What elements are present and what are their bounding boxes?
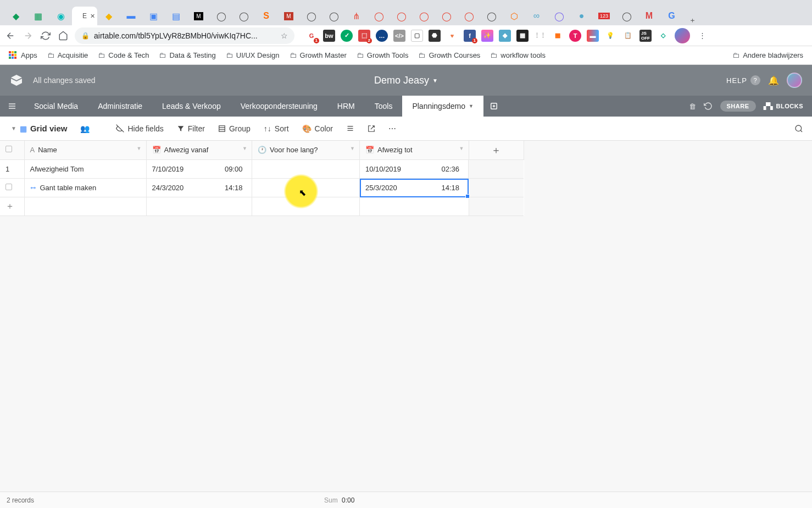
browser-tab-active[interactable]: E✕: [72, 7, 97, 25]
extension-icon[interactable]: …: [376, 30, 388, 42]
add-row[interactable]: ＋: [0, 197, 524, 216]
browser-tab[interactable]: ⋔: [345, 7, 368, 25]
browser-tab[interactable]: ◯: [435, 7, 458, 25]
new-tab-button[interactable]: ＋: [683, 15, 702, 25]
browser-tab[interactable]: ◯: [458, 7, 480, 25]
column-header-voor-hoe-lang[interactable]: 🕐Voor hoe lang?▼: [252, 141, 360, 159]
table-tab[interactable]: Social Media: [24, 96, 88, 117]
extension-icon[interactable]: JSOFF: [639, 30, 652, 42]
browser-tab[interactable]: ∞: [525, 7, 548, 25]
table-tab-active[interactable]: Planningsdemo▼: [402, 96, 483, 117]
browser-tab[interactable]: ▦: [27, 7, 49, 25]
browser-menu-button[interactable]: ⋮: [696, 31, 709, 40]
user-avatar[interactable]: [787, 73, 802, 88]
reload-button[interactable]: [40, 30, 52, 42]
extension-icon[interactable]: bw: [323, 30, 335, 42]
browser-tab[interactable]: ◯: [413, 7, 435, 25]
cell-afwezig-vanaf[interactable]: 24/3/202014:18: [147, 179, 252, 197]
home-button[interactable]: [57, 30, 69, 42]
cell-name[interactable]: Afwezigheid Tom: [24, 159, 146, 179]
filter-button[interactable]: Filter: [171, 121, 210, 136]
help-button[interactable]: HELP ?: [726, 75, 760, 85]
extension-icon[interactable]: 📋: [622, 30, 634, 42]
more-options-button[interactable]: ⋯: [383, 121, 402, 136]
cell-afwezig-tot-selected[interactable]: 25/3/202014:18: [360, 179, 469, 197]
bookmark-folder[interactable]: 🗀Growth Master: [286, 49, 350, 62]
expand-icon[interactable]: ⤢: [28, 184, 37, 193]
collaborators-button[interactable]: 👥: [75, 121, 95, 136]
browser-tab[interactable]: ◉: [49, 7, 72, 25]
table-tab[interactable]: Verkoopondersteuning: [231, 96, 327, 117]
table-tab[interactable]: Leads & Verkoop: [152, 96, 231, 117]
extension-icon[interactable]: ▦: [552, 30, 564, 42]
browser-tab[interactable]: ◯: [322, 7, 345, 25]
row-checkbox[interactable]: [0, 179, 24, 197]
star-icon[interactable]: ☆: [281, 31, 288, 40]
extension-icon[interactable]: ⬣: [429, 30, 441, 42]
cell-name[interactable]: ⤢Gant table maken: [24, 179, 146, 197]
bookmark-folder[interactable]: 🗀Growth Courses: [415, 49, 483, 62]
extension-icon[interactable]: ▬: [587, 30, 599, 42]
browser-tab[interactable]: ▬: [120, 7, 142, 25]
extension-icon[interactable]: 💡: [604, 30, 616, 42]
bookmark-folder[interactable]: 🗀Growth Tools: [353, 49, 412, 62]
browser-tab[interactable]: ◯: [368, 7, 390, 25]
browser-tab[interactable]: ◯: [210, 7, 232, 25]
extension-icon[interactable]: ⬚2: [358, 30, 370, 42]
bookmark-folder[interactable]: 🗀UI/UX Design: [223, 49, 283, 62]
extension-icon[interactable]: f1: [464, 30, 476, 42]
browser-tab[interactable]: ◆: [97, 7, 120, 25]
extension-icon[interactable]: ✨: [481, 30, 493, 42]
browser-tab[interactable]: ◯: [390, 7, 413, 25]
browser-tab[interactable]: M: [638, 7, 660, 25]
extension-icon[interactable]: ◆: [499, 30, 511, 42]
browser-tab[interactable]: M: [187, 7, 210, 25]
browser-tab[interactable]: ◆: [4, 7, 27, 25]
browser-tab[interactable]: ◯: [480, 7, 503, 25]
add-column-button[interactable]: ＋: [469, 141, 524, 159]
row-number[interactable]: 1: [0, 159, 24, 179]
apps-button[interactable]: Apps: [5, 49, 41, 62]
column-header-afwezig-tot[interactable]: 📅Afwezig tot▼: [360, 141, 469, 159]
extension-icon[interactable]: G1: [305, 30, 318, 42]
cell-afwezig-tot[interactable]: 10/10/201902:36: [360, 160, 469, 179]
trash-button[interactable]: 🗑: [689, 102, 696, 111]
address-bar[interactable]: 🔒 airtable.com/tbl5YpLVyR8zBMbH0/viwKIq7…: [75, 27, 294, 44]
cell-voor-hoe-lang[interactable]: [252, 159, 360, 179]
extension-icon[interactable]: </>: [393, 30, 405, 42]
column-header-afwezig-vanaf[interactable]: 📅Afwezig vanaf▼: [146, 141, 252, 159]
extension-icon[interactable]: ▢: [411, 30, 423, 42]
browser-tab[interactable]: M: [277, 7, 300, 25]
browser-tab[interactable]: ◯: [548, 7, 570, 25]
bookmark-folder[interactable]: 🗀Acquisitie: [44, 49, 92, 62]
close-icon[interactable]: ✕: [90, 13, 95, 20]
extension-icon[interactable]: ▦: [516, 30, 529, 42]
sort-button[interactable]: ↑↓ Sort: [258, 121, 294, 136]
browser-tab[interactable]: 123: [593, 7, 615, 25]
airtable-logo[interactable]: [10, 74, 23, 87]
browser-tab[interactable]: S: [255, 7, 277, 25]
bookmark-folder[interactable]: 🗀Data & Testing: [155, 49, 219, 62]
browser-tab[interactable]: ⬡: [503, 7, 525, 25]
forward-button[interactable]: [22, 30, 34, 42]
extension-icon[interactable]: ♥: [446, 30, 458, 42]
browser-tab[interactable]: ◯: [232, 7, 255, 25]
extension-icon[interactable]: ⋮⋮: [534, 30, 546, 42]
browser-tab[interactable]: G: [660, 7, 683, 25]
bookmark-folder[interactable]: 🗀Code & Tech: [94, 49, 152, 62]
color-button[interactable]: 🎨 Color: [297, 121, 338, 136]
select-all-header[interactable]: [0, 141, 24, 159]
extension-icon[interactable]: ◇: [657, 30, 669, 42]
group-button[interactable]: Group: [213, 121, 256, 136]
column-header-name[interactable]: AName▼: [24, 141, 146, 159]
hide-fields-button[interactable]: Hide fields: [110, 121, 169, 136]
browser-tab[interactable]: ▣: [142, 7, 165, 25]
cell-voor-hoe-lang[interactable]: [252, 179, 360, 197]
browser-tab[interactable]: ●: [570, 7, 593, 25]
share-button[interactable]: SHARE: [720, 101, 756, 112]
add-table-button[interactable]: [483, 96, 504, 117]
bookmark-overflow[interactable]: 🗀Andere bladwijzers: [729, 49, 807, 62]
notifications-button[interactable]: 🔔: [768, 75, 779, 86]
row-height-button[interactable]: [341, 121, 360, 136]
extension-icon[interactable]: T: [569, 30, 581, 42]
